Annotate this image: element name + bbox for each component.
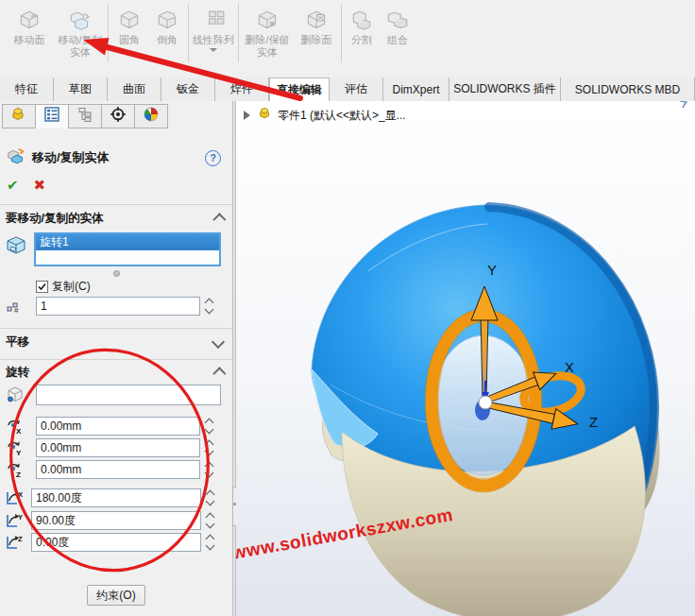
appearance-sphere-icon <box>143 106 160 127</box>
tab-sketch[interactable]: 草图 <box>54 77 108 101</box>
svg-text:#: # <box>14 306 19 315</box>
cancel-icon[interactable]: ✖ <box>34 177 46 194</box>
angle-x-row: X <box>0 488 232 508</box>
spin-down-icon[interactable] <box>204 469 213 478</box>
listbox-resize-handle[interactable] <box>113 270 120 277</box>
angle-z-spinner[interactable] <box>203 533 216 552</box>
chamfer-icon <box>155 9 179 33</box>
split-button[interactable]: 分割 <box>344 0 380 77</box>
tab-weldments[interactable]: 焊件 <box>215 77 269 101</box>
help-icon[interactable]: ? <box>205 150 221 166</box>
bodies-listbox[interactable]: 旋转1 <box>34 232 221 266</box>
constraint-button[interactable]: 约束(O) <box>87 585 145 606</box>
dimxpert-target-icon <box>110 106 127 127</box>
delete-face-button[interactable]: 删除面 <box>294 0 339 77</box>
angle-z-row: Z <box>0 532 232 553</box>
rotate-section-header[interactable]: 旋转 <box>0 363 238 382</box>
tab-features[interactable]: 特征 <box>0 77 54 101</box>
origin-x-spinner[interactable] <box>202 417 215 436</box>
move-face-button[interactable]: 移动面 <box>4 0 55 77</box>
angle-y-spinner[interactable] <box>203 511 216 530</box>
linear-pattern-dropdown-icon[interactable] <box>210 48 217 52</box>
combine-button[interactable]: 组合 <box>380 0 415 77</box>
divider <box>0 328 232 329</box>
tab-configuration-manager[interactable] <box>68 104 102 128</box>
angle-x-spinner[interactable] <box>203 488 216 507</box>
panel-tab-strip <box>2 104 167 129</box>
move-copy-body-button[interactable]: 移动/复制实体 <box>55 0 106 77</box>
origin-z-icon: Z <box>6 461 24 483</box>
spin-down-icon[interactable] <box>204 305 213 315</box>
divider <box>0 204 232 205</box>
delete-keep-body-icon <box>255 9 280 33</box>
bodies-section-header[interactable]: 要移动/复制的实体 <box>0 209 238 228</box>
spin-down-icon[interactable] <box>205 541 214 551</box>
tree-expand-icon[interactable] <box>244 111 250 120</box>
property-title-row: 移动/复制实体 ? <box>0 146 238 169</box>
tab-solidworks-addins[interactable]: SOLIDWORKS 插件 <box>449 77 561 101</box>
copies-count-input[interactable] <box>36 297 200 316</box>
origin-x-icon: X <box>6 418 24 439</box>
spin-down-icon[interactable] <box>205 520 214 529</box>
tree-root-item[interactable]: 零件1 (默认<<默认>_显... <box>278 108 406 124</box>
copy-checkbox[interactable] <box>36 281 48 293</box>
angle-y-icon: Y <box>4 512 24 534</box>
tab-display-manager[interactable] <box>134 104 168 128</box>
spin-down-icon[interactable] <box>204 425 213 435</box>
tab-solidworks-mbd[interactable]: SOLIDWORKS MBD <box>561 77 695 101</box>
rotate-reference-input[interactable] <box>36 385 221 405</box>
combine-icon <box>385 9 410 33</box>
part-icon <box>10 106 27 127</box>
delete-keep-body-button[interactable]: 删除/保留实体 <box>241 0 294 77</box>
chamfer-button[interactable]: 倒角 <box>148 0 186 77</box>
origin-x-input[interactable] <box>36 417 200 436</box>
origin-y-spinner[interactable] <box>202 438 215 457</box>
number-of-copies-icon: # <box>6 298 23 318</box>
tab-dimxpert-manager[interactable] <box>101 104 135 128</box>
translate-section-header[interactable]: 平移 <box>0 333 238 351</box>
axis-label-y: Y <box>487 262 497 278</box>
command-toolbar: 移动面 移动/复制实体 圆角 倒角 线性阵列 删除/保留实体 删除面 <box>0 0 695 77</box>
selected-body-item[interactable]: 旋转1 <box>36 234 219 250</box>
copies-count-spinner[interactable] <box>202 297 215 316</box>
fillet-icon <box>117 9 142 33</box>
angle-z-input[interactable] <box>31 533 201 552</box>
tab-dimxpert[interactable]: DimXpert <box>383 77 449 101</box>
origin-dot[interactable] <box>479 396 492 409</box>
tab-direct-editing[interactable]: 直接编辑 <box>269 77 330 101</box>
toolbar-separator <box>238 4 239 62</box>
tab-sheet-metal[interactable]: 钣金 <box>161 77 215 101</box>
collapse-chevron-icon <box>212 367 226 380</box>
configuration-icon <box>76 106 93 127</box>
ok-cancel-row: ✔ ✖ <box>0 177 239 194</box>
spin-down-icon[interactable] <box>204 447 213 456</box>
angle-x-input[interactable] <box>31 488 201 507</box>
rotate-reference-row <box>0 385 232 406</box>
ok-icon[interactable]: ✔ <box>7 177 19 194</box>
spin-down-icon[interactable] <box>205 497 214 506</box>
fillet-button[interactable]: 圆角 <box>110 0 148 77</box>
tab-property-manager[interactable] <box>35 104 69 128</box>
tab-feature-tree[interactable] <box>2 104 36 128</box>
listbox-resize-row <box>0 270 232 277</box>
linear-pattern-button[interactable]: 线性阵列 <box>191 0 236 77</box>
origin-z-input[interactable] <box>36 460 200 479</box>
feature-tree-flyout: 零件1 (默认<<默认>_显... <box>244 106 406 125</box>
split-icon <box>349 9 374 33</box>
collapse-chevron-icon <box>212 213 226 226</box>
angle-y-input[interactable] <box>31 511 201 530</box>
angle-y-row: Y <box>0 510 232 531</box>
svg-text:Y: Y <box>16 449 22 457</box>
property-manager-panel: 移动/复制实体 ? ✔ ✖ 要移动/复制的实体 旋转1 复制(C) # <box>0 101 232 616</box>
origin-y-input[interactable] <box>36 438 200 457</box>
solidworks-window: 移动面 移动/复制实体 圆角 倒角 线性阵列 删除/保留实体 删除面 <box>0 0 695 616</box>
angle-z-icon: Z <box>4 534 24 556</box>
linear-pattern-icon <box>201 9 226 33</box>
tab-evaluate[interactable]: 评估 <box>330 77 383 101</box>
origin-y-icon: Y <box>6 439 24 461</box>
tab-surfaces[interactable]: 曲面 <box>108 77 161 101</box>
checkmark-icon <box>37 282 47 292</box>
copies-count-row: # <box>0 296 232 317</box>
origin-z-spinner[interactable] <box>202 460 215 479</box>
graphics-viewport[interactable]: 零件1 (默认<<默认>_显... <box>236 101 695 616</box>
